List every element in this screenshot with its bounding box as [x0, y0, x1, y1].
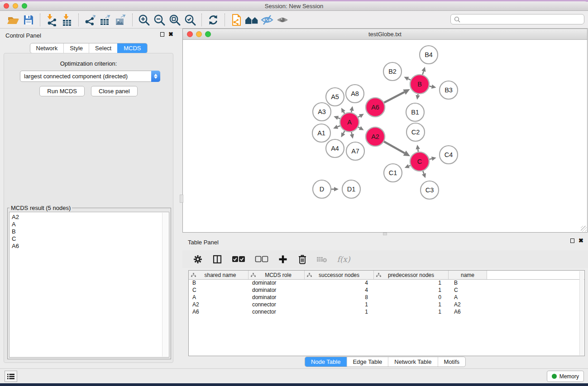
table-scrollbar[interactable]	[579, 271, 584, 355]
vertical-splitter-grip[interactable]	[180, 195, 183, 203]
network-canvas[interactable]: AA1A2A3A4A5A6A7A8BB1B2B3B4CC1C2C3C4DD1	[183, 40, 587, 232]
graph-node-A3[interactable]: A3	[313, 103, 331, 121]
control-panel-close-icon[interactable]: ✖	[168, 32, 173, 37]
graph-edge-B-B3[interactable]	[430, 85, 436, 89]
graph-edge-C-C1[interactable]	[405, 164, 411, 168]
graph-node-C2[interactable]: C2	[406, 123, 425, 141]
mcds-result-item[interactable]: B	[12, 228, 167, 235]
mcds-result-item[interactable]: C	[12, 235, 167, 243]
graph-node-B4[interactable]: B4	[420, 46, 438, 64]
mcds-result-scrollbar[interactable]	[162, 213, 168, 357]
close-panel-button[interactable]: Close panel	[91, 86, 138, 96]
graph-node-A1[interactable]: A1	[312, 124, 330, 142]
graph-node-D1[interactable]: D1	[342, 180, 360, 198]
tab-style[interactable]: Style	[63, 43, 89, 53]
table-row[interactable]: Cdominator41C	[189, 287, 584, 294]
control-panel-float-icon[interactable]	[160, 32, 164, 37]
network-window-titlebar[interactable]: testGlobe.txt	[183, 29, 587, 40]
graph-edge-C-C2[interactable]	[416, 145, 420, 152]
graph-edge-A-A8[interactable]	[349, 106, 354, 113]
column-header-mcds-role[interactable]: MCDS role	[249, 271, 305, 279]
show-columns-button[interactable]	[212, 254, 223, 265]
delete-table-button[interactable]	[316, 254, 327, 265]
graph-edge-A-A6[interactable]	[358, 114, 364, 118]
mcds-result-list[interactable]: A2ABCA6	[9, 212, 169, 357]
graph-node-B3[interactable]: B3	[440, 81, 458, 99]
graph-node-C1[interactable]: C1	[384, 164, 402, 182]
tab-network[interactable]: Network	[30, 43, 63, 53]
export-network-button[interactable]	[82, 13, 98, 27]
mcds-result-item[interactable]: A6	[12, 243, 167, 250]
apply-function-button[interactable]: f(x)	[336, 254, 351, 265]
table-row[interactable]: Adominator80A	[189, 294, 584, 301]
tab-node-table[interactable]: Node Table	[305, 357, 347, 367]
zoom-selected-button[interactable]	[182, 13, 198, 27]
graph-node-D[interactable]: D	[313, 180, 331, 198]
graph-node-C3[interactable]: C3	[421, 181, 439, 199]
save-session-button[interactable]	[21, 13, 36, 27]
node-table[interactable]: shared name MCDS role successor nodes pr…	[188, 270, 585, 356]
network-resize-grip[interactable]	[581, 226, 587, 232]
table-row[interactable]: A2connector11A2	[189, 301, 584, 309]
graph-node-B2[interactable]: B2	[383, 62, 402, 81]
add-row-button[interactable]	[277, 254, 288, 265]
toolbar-search-field[interactable]	[450, 14, 584, 24]
graph-node-A2[interactable]: A2	[366, 127, 385, 146]
memory-button[interactable]: Memory	[547, 371, 584, 382]
open-session-button[interactable]	[5, 13, 21, 27]
tab-mcds[interactable]: MCDS	[117, 43, 147, 53]
graph-edge-A-A1[interactable]	[333, 125, 340, 129]
export-table-button[interactable]	[98, 13, 113, 27]
graph-node-C[interactable]: C	[410, 152, 429, 171]
criterion-dropdown[interactable]: largest connected component (directed)	[20, 71, 160, 82]
graph-edge-B-B2[interactable]	[404, 77, 411, 81]
graph-node-C4[interactable]: C4	[440, 146, 458, 164]
graph-edge-B-B1[interactable]	[416, 94, 420, 100]
zoom-in-button[interactable]	[136, 13, 152, 27]
deselect-all-rows-button[interactable]	[254, 254, 269, 265]
graph-edge-A6-B[interactable]	[384, 89, 410, 103]
graph-edge-A-A5[interactable]	[341, 108, 345, 114]
zoom-fit-button[interactable]	[167, 13, 182, 27]
run-mcds-button[interactable]: Run MCDS	[39, 86, 85, 96]
export-image-button[interactable]	[113, 13, 129, 27]
table-panel-close-icon[interactable]: ✖	[578, 238, 583, 243]
graph-edge-C-C4[interactable]	[429, 157, 436, 161]
new-network-from-selection-button[interactable]	[229, 13, 244, 27]
mcds-result-item[interactable]: A	[12, 221, 167, 228]
graph-node-B1[interactable]: B1	[406, 103, 424, 121]
graph-edge-D-D1[interactable]	[331, 187, 339, 191]
tab-network-table[interactable]: Network Table	[388, 357, 437, 367]
graph-node-B[interactable]: B	[410, 75, 429, 94]
graph-node-A4[interactable]: A4	[326, 139, 344, 157]
import-table-button[interactable]	[59, 13, 75, 27]
table-panel-float-icon[interactable]	[570, 238, 574, 243]
table-row[interactable]: Bdominator41B	[189, 280, 584, 287]
table-row[interactable]: A6connector11A6	[189, 309, 584, 316]
graph-edge-A-A4[interactable]	[341, 131, 345, 137]
refresh-button[interactable]	[206, 13, 221, 27]
show-all-button[interactable]	[275, 13, 290, 27]
tab-edge-table[interactable]: Edge Table	[346, 357, 388, 367]
table-options-button[interactable]	[192, 254, 203, 265]
hide-selected-button[interactable]	[259, 13, 275, 27]
first-neighbors-button[interactable]	[244, 13, 259, 27]
graph-node-A6[interactable]: A6	[366, 98, 385, 117]
delete-row-button[interactable]	[297, 254, 308, 265]
zoom-out-button[interactable]	[152, 13, 167, 27]
graph-node-A5[interactable]: A5	[326, 88, 344, 106]
column-header-shared-name[interactable]: shared name	[189, 271, 249, 279]
graph-edge-A2-C[interactable]	[384, 142, 410, 156]
graph-edge-A-A2[interactable]	[358, 126, 364, 130]
graph-edge-A-A3[interactable]	[334, 116, 340, 120]
task-history-button[interactable]	[5, 371, 17, 382]
mcds-result-item[interactable]: A2	[12, 214, 167, 221]
tab-select[interactable]: Select	[89, 43, 117, 53]
column-header-successor-nodes[interactable]: successor nodes	[305, 271, 374, 279]
graph-edge-C-C3[interactable]	[422, 171, 426, 178]
tab-motifs[interactable]: Motifs	[437, 357, 465, 367]
graph-node-A[interactable]: A	[340, 113, 359, 132]
graph-node-A7[interactable]: A7	[346, 142, 364, 160]
select-all-rows-button[interactable]	[231, 254, 246, 265]
search-input[interactable]	[463, 16, 584, 23]
